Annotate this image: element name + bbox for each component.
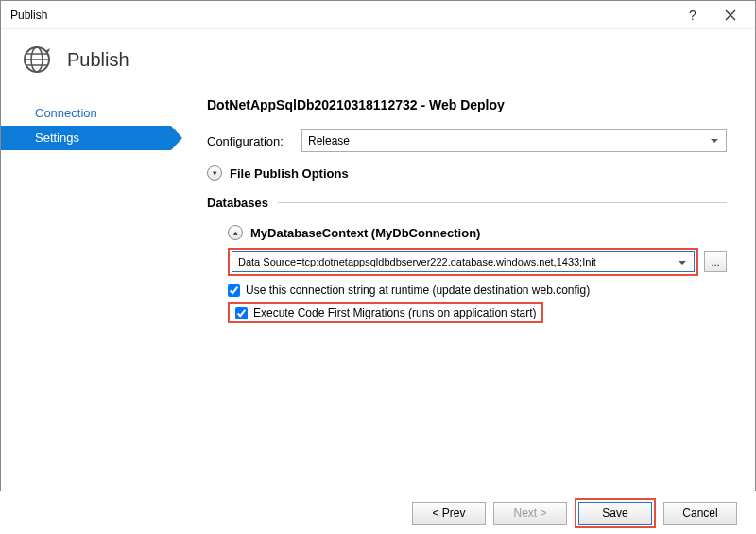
connection-string-row: Data Source=tcp:dotnetappsqldbdbserver22…	[228, 248, 727, 276]
titlebar: Publish ?	[1, 1, 755, 29]
connection-string-dropdown[interactable]: Data Source=tcp:dotnetappsqldbdbserver22…	[232, 251, 695, 272]
page-header-title: Publish	[67, 49, 129, 71]
databases-label: Databases	[207, 196, 268, 210]
db-context-expander[interactable]: ▴ MyDatabaseContext (MyDbConnection)	[228, 225, 727, 240]
file-publish-options-expander[interactable]: ▾ File Publish Options	[207, 165, 727, 181]
help-button[interactable]: ?	[674, 2, 712, 28]
execute-migrations-highlight: Execute Code First Migrations (runs on a…	[228, 302, 543, 323]
body: Connection Settings DotNetAppSqlDb202103…	[1, 84, 755, 500]
use-connection-string-row: Use this connection string at runtime (u…	[228, 284, 727, 297]
footer: < Prev Next > Save Cancel	[0, 491, 756, 534]
configuration-dropdown[interactable]: Release	[301, 129, 727, 152]
configuration-value: Release	[308, 134, 350, 147]
globe-icon	[20, 43, 54, 77]
divider	[278, 202, 727, 203]
cancel-button[interactable]: Cancel	[663, 502, 737, 525]
connection-string-highlight: Data Source=tcp:dotnetappsqldbdbserver22…	[228, 248, 698, 276]
save-button-highlight: Save	[575, 498, 656, 528]
use-connection-string-checkbox[interactable]	[228, 284, 240, 297]
execute-migrations-checkbox[interactable]	[235, 307, 248, 319]
window-title: Publish	[10, 9, 674, 22]
db-context-label: MyDatabaseContext (MyDbConnection)	[250, 226, 480, 240]
execute-migrations-row: Execute Code First Migrations (runs on a…	[228, 302, 727, 323]
publish-profile-title: DotNetAppSqlDb20210318112732 - Web Deplo…	[207, 97, 727, 112]
chevron-down-icon: ▾	[207, 165, 222, 181]
databases-section-header: Databases	[207, 196, 727, 210]
header: Publish	[1, 29, 755, 84]
close-icon	[725, 9, 736, 21]
content: DotNetAppSqlDb20210318112732 - Web Deplo…	[171, 84, 755, 500]
configuration-row: Configuration: Release	[207, 129, 727, 152]
prev-button[interactable]: < Prev	[412, 502, 486, 525]
save-button[interactable]: Save	[578, 502, 652, 525]
use-connection-string-label: Use this connection string at runtime (u…	[246, 284, 590, 297]
nav-connection[interactable]: Connection	[1, 101, 171, 126]
next-button: Next >	[493, 502, 567, 525]
connection-string-value: Data Source=tcp:dotnetappsqldbdbserver22…	[238, 256, 596, 267]
chevron-up-icon: ▴	[228, 225, 243, 240]
sidebar: Connection Settings	[1, 84, 171, 500]
execute-migrations-label: Execute Code First Migrations (runs on a…	[253, 306, 536, 319]
configuration-label: Configuration:	[207, 134, 301, 148]
file-publish-options-label: File Publish Options	[230, 166, 349, 181]
connection-string-browse-button[interactable]: ...	[704, 251, 727, 272]
db-context-group: ▴ MyDatabaseContext (MyDbConnection) Dat…	[228, 225, 727, 323]
nav-settings[interactable]: Settings	[1, 126, 171, 150]
close-button[interactable]	[712, 2, 749, 28]
